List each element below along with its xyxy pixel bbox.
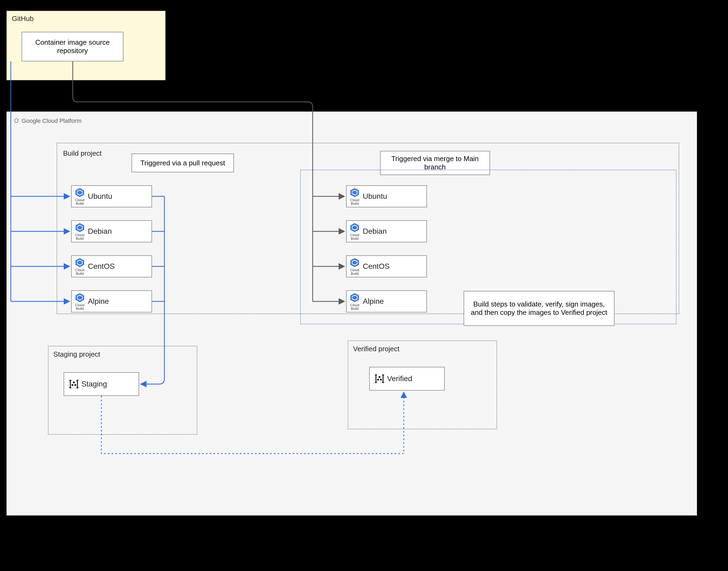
cb-caption: CloudBuild <box>75 198 84 205</box>
cloud-build-icon <box>350 222 360 233</box>
cb-caption: CloudBuild <box>350 233 359 240</box>
cb-left-debian-label: Debian <box>88 227 112 236</box>
github-title: GitHub <box>12 15 34 23</box>
cloud-build-icon <box>75 222 85 233</box>
pr-trigger-label: Triggered via a pull request <box>141 159 225 167</box>
validate-note: Build steps to validate, verify, sign im… <box>467 300 611 317</box>
cloud-build-icon <box>75 257 85 268</box>
artifact-registry-icon <box>68 378 80 390</box>
pr-trigger-box: Triggered via a pull request <box>131 153 234 173</box>
cb-left-ubuntu: CloudBuild Ubuntu <box>71 185 152 207</box>
artifact-registry-icon <box>374 373 385 384</box>
gcp-title: Google Cloud Platform <box>21 117 82 124</box>
cb-left-alpine: CloudBuild Alpine <box>71 291 152 313</box>
gcp-header: Google Cloud Platform <box>13 117 82 124</box>
cb-caption: CloudBuild <box>350 198 359 205</box>
cb-left-alpine-label: Alpine <box>88 297 109 306</box>
cb-left-centos: CloudBuild CentOS <box>71 255 152 277</box>
cb-right-ubuntu-label: Ubuntu <box>363 192 387 201</box>
cb-right-ubuntu: CloudBuild Ubuntu <box>346 185 427 207</box>
cb-left-centos-label: CentOS <box>88 262 115 271</box>
cloud-build-icon <box>350 257 360 268</box>
cloud-build-icon <box>75 293 85 303</box>
cb-caption: CloudBuild <box>75 233 84 240</box>
verified-registry: Verified <box>369 367 445 390</box>
cb-right-centos-label: CentOS <box>363 262 390 271</box>
diagram-canvas: GitHub Container image source repository… <box>0 0 728 571</box>
cb-caption: CloudBuild <box>350 303 359 310</box>
source-repo-box: Container image source repository <box>21 32 123 62</box>
cb-right-alpine-label: Alpine <box>363 297 384 306</box>
cb-left-ubuntu-label: Ubuntu <box>88 192 112 201</box>
cb-left-debian: CloudBuild Debian <box>71 220 152 242</box>
cb-right-debian-label: Debian <box>363 227 387 236</box>
staging-registry-label: Staging <box>81 380 107 388</box>
staging-project-title: Staging project <box>54 350 100 358</box>
cb-right-alpine: CloudBuild Alpine <box>346 291 427 313</box>
validate-note-box: Build steps to validate, verify, sign im… <box>464 291 615 326</box>
verified-registry-label: Verified <box>387 374 412 383</box>
cb-right-centos: CloudBuild CentOS <box>346 255 427 277</box>
cb-right-debian: CloudBuild Debian <box>346 220 427 242</box>
cb-caption: CloudBuild <box>350 268 359 275</box>
cloud-build-icon <box>75 188 85 198</box>
cb-caption: CloudBuild <box>75 268 84 275</box>
cb-caption: CloudBuild <box>75 303 84 310</box>
source-repo-label: Container image source repository <box>25 38 120 55</box>
staging-registry: Staging <box>64 372 139 396</box>
cloud-build-icon <box>350 188 360 198</box>
cloud-build-icon <box>350 293 360 303</box>
build-project-title: Build project <box>63 149 102 157</box>
verified-project-title: Verified project <box>353 345 399 353</box>
gcp-logo-icon <box>13 118 19 124</box>
merge-trigger-label: Triggered via merge to Main branch <box>384 154 486 171</box>
